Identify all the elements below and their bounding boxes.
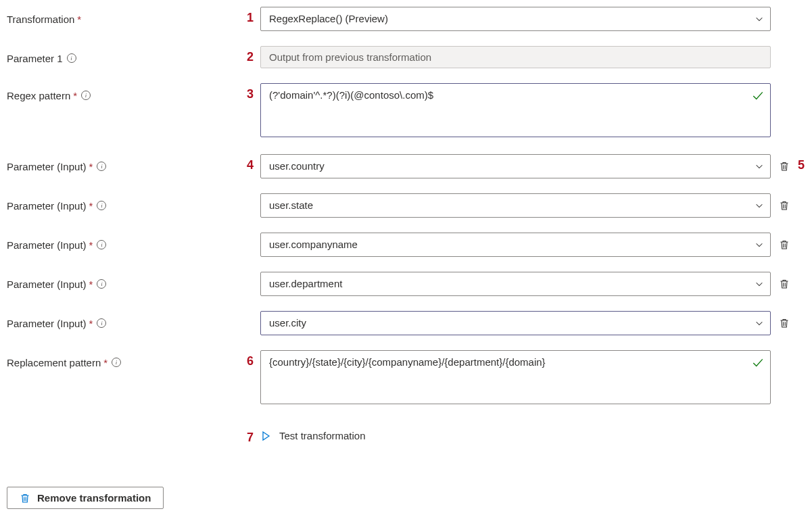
label-param-input: Parameter (Input) * i — [7, 233, 240, 254]
param-input-select[interactable]: user.city — [260, 311, 771, 335]
label-param-input-text: Parameter (Input) — [7, 318, 87, 329]
remove-transformation-row: Remove transformation — [7, 460, 805, 509]
replacement-pattern-input[interactable] — [260, 350, 771, 404]
trash-icon — [20, 493, 30, 504]
parameter1-field-wrap: Output from previous transformation — [260, 46, 771, 68]
param-input-select[interactable]: user.companyname — [260, 233, 771, 257]
label-replacement-pattern: Replacement pattern * i — [7, 350, 240, 372]
label-transformation-text: Transformation — [7, 14, 74, 25]
label-replacement-pattern-text: Replacement pattern — [7, 357, 101, 368]
regex-pattern-field-wrap — [260, 83, 771, 139]
test-transformation-label: Test transformation — [279, 430, 366, 441]
info-icon[interactable]: i — [97, 240, 106, 249]
row-param-input-1: Parameter (Input) * i user.state — [7, 193, 805, 218]
label-param-input-text: Parameter (Input) — [7, 279, 87, 290]
param-input-value: user.companyname — [269, 239, 358, 250]
required-asterisk: * — [103, 357, 108, 368]
required-asterisk: * — [89, 318, 93, 329]
replacement-pattern-field-wrap — [260, 350, 771, 406]
label-regex-pattern-text: Regex pattern — [7, 90, 70, 101]
label-param-input-text: Parameter (Input) — [7, 239, 87, 251]
delete-param-button[interactable] — [773, 234, 795, 256]
label-param-input: Parameter (Input) * i — [7, 193, 240, 215]
label-param-input: Parameter (Input) * i — [7, 311, 240, 333]
step-number-5: 5 — [798, 154, 811, 172]
param-input-value: user.country — [269, 160, 325, 172]
parameter1-placeholder: Output from previous transformation — [269, 51, 431, 63]
info-icon[interactable]: i — [97, 201, 106, 210]
info-icon[interactable]: i — [97, 162, 106, 171]
param-input-value: user.city — [269, 317, 306, 329]
param-input-2-wrap: user.companyname — [260, 233, 771, 257]
info-icon[interactable]: i — [112, 358, 121, 367]
step-number-3: 3 — [240, 83, 260, 101]
param-input-select[interactable]: user.department — [260, 272, 771, 296]
label-regex-pattern: Regex pattern * i — [7, 83, 240, 105]
row-param-input-3: Parameter (Input) * i user.department — [7, 272, 805, 296]
delete-param-button[interactable] — [773, 195, 795, 216]
label-parameter1-text: Parameter 1 — [7, 53, 63, 64]
required-asterisk: * — [89, 239, 93, 251]
regex-pattern-input[interactable] — [260, 83, 771, 137]
label-param-input: Parameter (Input) * i — [7, 154, 240, 176]
param-input-value: user.state — [269, 199, 313, 211]
transformation-form: Transformation * 1 RegexReplace() (Previ… — [7, 7, 805, 509]
param-input-select[interactable]: user.state — [260, 193, 771, 218]
checkmark-icon — [752, 90, 764, 104]
step-number-4: 4 — [240, 154, 260, 172]
checkmark-icon — [752, 357, 764, 371]
required-asterisk: * — [89, 200, 93, 212]
row-test-transformation: 7 Test transformation — [7, 427, 805, 445]
param-input-4-wrap: user.city — [260, 311, 771, 335]
transformation-select-value: RegexReplace() (Preview) — [269, 13, 388, 24]
param-input-0-wrap: user.country — [260, 154, 771, 178]
required-asterisk: * — [73, 90, 77, 101]
label-transformation: Transformation * — [7, 7, 240, 28]
info-icon[interactable]: i — [67, 53, 76, 63]
label-param-input: Parameter (Input) * i — [7, 272, 240, 293]
delete-param-button[interactable] — [773, 312, 795, 334]
label-parameter1: Parameter 1 i — [7, 46, 240, 68]
row-param-input-2: Parameter (Input) * i user.companyname — [7, 233, 805, 257]
info-icon[interactable]: i — [81, 91, 91, 100]
param-input-select[interactable]: user.country — [260, 154, 771, 178]
info-icon[interactable]: i — [97, 279, 106, 289]
play-icon — [260, 431, 271, 441]
transformation-select[interactable]: RegexReplace() (Preview) — [260, 7, 771, 31]
parameter1-disabled-input: Output from previous transformation — [260, 46, 771, 68]
param-input-1-wrap: user.state — [260, 193, 771, 218]
transformation-field-wrap: RegexReplace() (Preview) — [260, 7, 771, 31]
delete-param-button[interactable] — [773, 273, 795, 295]
step-number-2: 2 — [240, 46, 260, 64]
row-parameter1: Parameter 1 i 2 Output from previous tra… — [7, 46, 805, 68]
delete-param-button[interactable] — [773, 155, 795, 177]
row-param-input-0: Parameter (Input) * i 4 user.country 5 — [7, 154, 805, 178]
label-param-input-text: Parameter (Input) — [7, 161, 87, 172]
row-replacement-pattern: Replacement pattern * i 6 — [7, 350, 805, 406]
param-input-value: user.department — [269, 278, 342, 289]
step-number-1: 1 — [240, 7, 260, 25]
step-number-7: 7 — [240, 427, 260, 445]
row-param-input-4: Parameter (Input) * i user.city — [7, 311, 805, 335]
remove-transformation-label: Remove transformation — [37, 492, 151, 504]
param-input-3-wrap: user.department — [260, 272, 771, 296]
required-asterisk: * — [77, 14, 81, 25]
label-param-input-text: Parameter (Input) — [7, 200, 87, 212]
remove-transformation-button[interactable]: Remove transformation — [7, 487, 164, 509]
required-asterisk: * — [89, 279, 93, 290]
row-regex-pattern: Regex pattern * i 3 — [7, 83, 805, 139]
required-asterisk: * — [89, 161, 93, 172]
row-transformation: Transformation * 1 RegexReplace() (Previ… — [7, 7, 805, 31]
step-number-6: 6 — [240, 350, 260, 368]
info-icon[interactable]: i — [97, 318, 106, 328]
test-transformation-button[interactable]: Test transformation — [260, 430, 805, 441]
